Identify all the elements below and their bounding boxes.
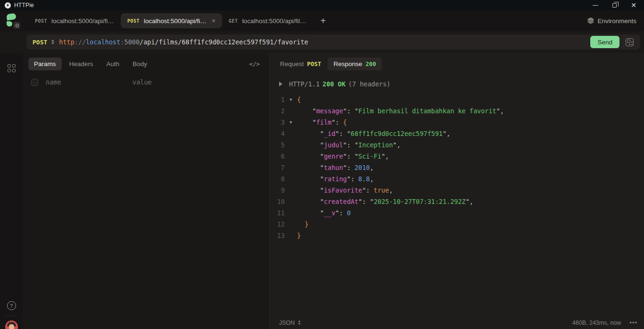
send-button[interactable]: Send	[590, 36, 619, 48]
json-code: "_id": "68ff1fc9d0cc12eec597f591",	[297, 128, 450, 139]
json-line: 2 "message": "Film berhasil ditambahkan …	[270, 105, 644, 117]
method-selector[interactable]: POST	[33, 39, 47, 46]
format-label: JSON	[279, 320, 295, 326]
more-menu-icon[interactable]: •••	[629, 319, 637, 326]
json-line-number: 4	[270, 128, 285, 139]
json-line-number: 13	[270, 230, 285, 241]
url-segment-proto: http	[59, 38, 74, 46]
json-line: 10 "createdAt": "2025-10-27T07:31:21.292…	[270, 196, 644, 207]
json-arrow-spacer	[285, 162, 297, 173]
tab-headers[interactable]: Headers	[64, 58, 99, 70]
url-segment-punc: :	[120, 38, 124, 46]
json-code: }	[297, 219, 308, 230]
new-tab-button[interactable]: +	[320, 16, 326, 26]
json-code: "createdAt": "2025-10-27T07:31:21.292Z",	[297, 196, 473, 207]
minimize-icon	[593, 5, 598, 6]
param-name-input[interactable]	[46, 78, 125, 86]
tab-label: localhost:5000/api/fi…	[51, 17, 114, 25]
method-dropdown-icon[interactable]	[51, 40, 54, 45]
rail-divider	[5, 316, 17, 316]
json-line-number: 12	[270, 219, 285, 230]
json-code: "judul": "Inception",	[297, 139, 401, 151]
json-line: 6 "genre": "Sci-Fi",	[270, 151, 644, 162]
json-line: 8 "rating": 8.8,	[270, 173, 644, 185]
json-line: 5 "judul": "Inception",	[270, 139, 644, 151]
request-tab-1[interactable]: POST localhost:5000/api/fi…	[28, 13, 121, 28]
request-panel-tabs: Params Headers Auth Body </>	[23, 53, 269, 75]
tab-bar: POST localhost:5000/api/fi… POST localho…	[0, 10, 644, 31]
tab-label: localhost:5000/api/fi…	[144, 17, 206, 25]
json-line-number: 8	[270, 173, 285, 185]
response-status-line[interactable]: HTTP/1.1 200 OK (7 headers)	[279, 80, 644, 88]
window-title: HTTPie	[14, 2, 34, 8]
expand-headers-icon[interactable]	[279, 82, 282, 86]
code-view-icon[interactable]: </>	[249, 60, 264, 67]
json-arrow-spacer	[285, 151, 297, 162]
json-arrow-spacer	[285, 173, 297, 185]
request-panel: Params Headers Auth Body </>	[23, 53, 270, 329]
json-line-number: 1	[270, 94, 285, 105]
json-line: 1▼{	[270, 94, 644, 105]
json-collapse-arrow[interactable]: ▼	[285, 94, 297, 105]
json-collapse-arrow[interactable]: ▼	[285, 117, 297, 128]
httpie-logo[interactable]	[5, 13, 21, 29]
window-controls: ✕	[593, 1, 639, 9]
format-dropdown-icon	[298, 321, 301, 325]
close-button[interactable]: ✕	[631, 1, 636, 9]
tab-response-active[interactable]: Response 200	[328, 58, 381, 70]
url-segment-path: /api/films/68ff1fc9d0cc12eec597f591/favo…	[140, 38, 308, 46]
request-tab-3[interactable]: GET localhost:5000/api/fil…	[222, 13, 313, 28]
app-logo-small-icon	[5, 2, 11, 8]
param-checkbox[interactable]	[31, 79, 38, 86]
json-arrow-spacer	[285, 185, 297, 196]
apps-grid-icon[interactable]	[8, 64, 16, 72]
request-tab-method: POST	[307, 60, 321, 67]
format-selector[interactable]: JSON	[279, 320, 301, 326]
help-icon[interactable]: ?	[7, 301, 16, 310]
json-line-number: 7	[270, 162, 285, 173]
url-text[interactable]: http://localhost:5000/api/films/68ff1fc9…	[59, 38, 308, 46]
save-request-icon[interactable]	[626, 38, 634, 46]
json-line: 3▼ "film": {	[270, 117, 644, 128]
tab-body[interactable]: Body	[127, 58, 153, 70]
param-value-input[interactable]	[132, 78, 214, 86]
url-segment-host: localhost	[86, 38, 120, 46]
response-status-badge: 200	[365, 60, 376, 67]
json-arrow-spacer	[285, 219, 297, 230]
json-line-number: 10	[270, 196, 285, 207]
json-line-number: 5	[270, 139, 285, 151]
json-line: 4 "_id": "68ff1fc9d0cc12eec597f591",	[270, 128, 644, 139]
restore-icon	[612, 3, 617, 8]
request-tab-2-active[interactable]: POST localhost:5000/api/fi… ×	[121, 13, 222, 28]
param-row	[23, 75, 269, 90]
json-line-number: 2	[270, 105, 285, 117]
environments-button[interactable]: Environments	[587, 17, 636, 25]
response-meta: 460B, 243ms, now	[572, 320, 621, 326]
restore-button[interactable]	[612, 1, 617, 9]
json-arrow-spacer	[285, 207, 297, 219]
json-arrow-spacer	[285, 230, 297, 241]
tab-method-badge: GET	[229, 18, 238, 24]
response-tab-label: Response	[333, 60, 362, 67]
tab-auth[interactable]: Auth	[101, 58, 125, 70]
titlebar: HTTPie ✕	[0, 0, 644, 10]
tab-params[interactable]: Params	[28, 58, 62, 70]
tab-close-icon[interactable]: ×	[212, 17, 215, 25]
tab-method-badge: POST	[35, 18, 47, 24]
tab-request[interactable]: Request POST	[275, 58, 326, 70]
url-segment-port: 5000	[124, 38, 140, 46]
user-avatar[interactable]	[5, 321, 18, 329]
json-line: 11 "__v": 0	[270, 207, 644, 219]
json-code: "tahun": 2010,	[297, 162, 374, 173]
http-status: 200 OK	[322, 80, 346, 88]
json-code: {	[297, 94, 301, 105]
json-code: "film": {	[297, 117, 347, 128]
logo-badge-icon	[13, 22, 20, 29]
json-code: }	[297, 230, 301, 241]
url-bar[interactable]: POST http://localhost:5000/api/films/68f…	[26, 34, 640, 50]
json-line: 12 }	[270, 219, 644, 230]
environments-label: Environments	[597, 17, 636, 25]
http-protocol: HTTP/1.1	[289, 80, 320, 88]
json-code: "rating": 8.8,	[297, 173, 374, 185]
minimize-button[interactable]	[593, 1, 598, 9]
